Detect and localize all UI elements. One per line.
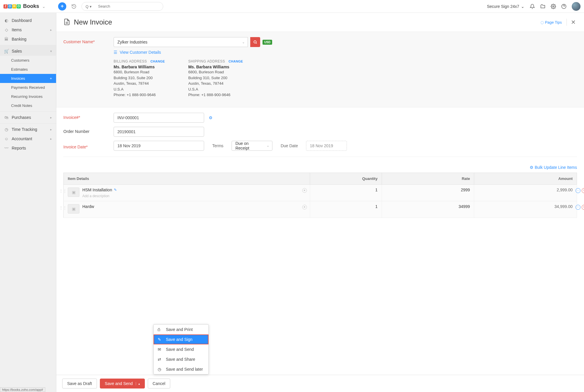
gear-icon[interactable] [551, 4, 556, 9]
shipping-head: SHIPPING ADDRESS [188, 59, 225, 63]
search-scope-icon[interactable]: Q ▾ [86, 4, 92, 8]
chevron-right-icon: ▸ [50, 28, 52, 32]
row-more-icon[interactable]: ⋯ [576, 188, 580, 193]
sidebar-sub-invoices[interactable]: Invoices+ [0, 74, 56, 83]
chevron-down-icon: ⌄ [242, 40, 245, 44]
svg-point-5 [254, 41, 256, 43]
edit-icon[interactable]: ✎ [114, 188, 117, 192]
bulk-update-link[interactable]: ⚙ Bulk Update Line Items [530, 165, 577, 170]
terms-select[interactable]: Due on Receipt⌄ [232, 141, 272, 151]
menu-save-and-print[interactable]: ⎙Save and Print [154, 325, 208, 334]
sidebar-label: Accountant [12, 136, 32, 141]
change-shipping-link[interactable]: CHANGE [229, 60, 243, 63]
close-icon[interactable]: ✕ [566, 19, 577, 26]
change-billing-link[interactable]: CHANGE [150, 60, 165, 63]
cart-icon: 🛒 [4, 49, 9, 53]
drag-handle-icon[interactable]: ⋮⋮ [59, 189, 67, 193]
rate-cell[interactable]: 34999 [382, 201, 474, 218]
menu-save-and-share[interactable]: ⇄Save and Share [154, 354, 208, 364]
customer-search-button[interactable] [250, 37, 260, 47]
search-input[interactable] [81, 2, 163, 11]
sidebar-item-sales[interactable]: 🛒Sales▾ [0, 45, 56, 56]
sidebar-item-reports[interactable]: 〰Reports [0, 143, 56, 153]
customer-select[interactable]: Zylker Industries ⌄ [114, 37, 248, 47]
drag-handle-icon[interactable]: ⋮⋮ [59, 205, 67, 210]
bell-icon[interactable] [530, 4, 535, 9]
sidebar-item-banking[interactable]: 🏛Banking [0, 34, 56, 44]
addr-line: Building 310, Suite 200 [188, 75, 243, 81]
invoice-date-input[interactable] [114, 141, 204, 151]
qty-cell[interactable]: 1 [310, 184, 382, 201]
main: New Invoice ◌Page Tips ✕ Customer Name* … [56, 13, 584, 392]
page-tips-link[interactable]: ◌Page Tips [540, 20, 562, 25]
sidebar-item-items[interactable]: ◇Items▸ [0, 25, 56, 34]
dashboard-icon: ◐ [4, 18, 9, 23]
logo-letter: O [8, 4, 12, 8]
order-no-input[interactable] [114, 127, 204, 137]
row-delete-icon[interactable]: ✕ [582, 205, 584, 210]
addr-line: 6800, Burleson Road [114, 69, 165, 75]
addr-line: Phone: +1 888-900-9646 [188, 92, 243, 98]
image-icon[interactable]: ▣ [68, 204, 79, 214]
clear-item-icon[interactable]: ✕ [302, 188, 307, 193]
billing-head: BILLING ADDRESS [114, 59, 147, 63]
sidebar-item-dashboard[interactable]: ◐Dashboard [0, 16, 56, 25]
invoice-date-label: Invoice Date* [63, 142, 114, 149]
chevron-up-icon[interactable]: ▴ [136, 382, 140, 385]
add-description[interactable]: Add a description [82, 194, 306, 198]
qty-cell[interactable]: 1 [310, 201, 382, 218]
invoice-no-input[interactable] [114, 113, 204, 123]
terms-label: Terms [212, 143, 223, 148]
footer-bar: Save as Draft Save and Send▴ Cancel [56, 375, 584, 392]
quick-add-button[interactable]: + [58, 2, 66, 11]
menu-save-and-sign[interactable]: ✎Save and Sign [154, 334, 208, 344]
bag-icon: 🛍 [4, 115, 9, 120]
org-switcher[interactable]: Secure Sign 24x7 ⌄ [487, 4, 524, 9]
pen-icon: ✎ [158, 337, 162, 342]
clear-item-icon[interactable]: ✕ [302, 205, 307, 209]
sidebar-sub-estimates[interactable]: Estimates [0, 65, 56, 74]
addr-line: U.S.A [114, 86, 165, 92]
view-customer-link[interactable]: View Customer Details [120, 50, 161, 55]
chevron-right-icon: ▸ [50, 137, 52, 141]
invoice-no-label: Invoice#* [63, 113, 114, 120]
avatar[interactable] [572, 2, 580, 11]
amount-cell: 2,999.00 ⋯✕ [474, 184, 577, 201]
person-icon: ☺ [4, 136, 9, 141]
sidebar-label: Time Tracking [12, 127, 37, 132]
logo-letter: H [12, 4, 16, 8]
plus-icon[interactable]: + [50, 76, 52, 81]
history-icon[interactable] [70, 2, 78, 11]
sidebar-sub-payments-received[interactable]: Payments Received [0, 83, 56, 92]
logo-tiles: Z O H O [4, 4, 21, 8]
menu-save-and-send-later[interactable]: ◷Save and Send later [154, 364, 208, 374]
sidebar-sub-customers[interactable]: Customers [0, 56, 56, 65]
row-delete-icon[interactable]: ✕ [582, 188, 584, 193]
rate-cell[interactable]: 2999 [382, 184, 474, 201]
addr-line: Austin, Texas, 78744 [114, 81, 165, 86]
app-logo[interactable]: Z O H O Books ⌄ [4, 3, 55, 9]
sidebar-sub-credit-notes[interactable]: Credit Notes [0, 101, 56, 110]
image-icon[interactable]: ▣ [68, 188, 79, 197]
help-icon[interactable] [561, 4, 566, 9]
addr-line: Austin, Texas, 78744 [188, 81, 243, 86]
bank-icon: 🏛 [4, 37, 9, 41]
sidebar-item-time-tracking[interactable]: ◷Time Tracking▸ [0, 123, 56, 134]
row-more-icon[interactable]: ⋯ [576, 205, 580, 210]
save-and-send-button[interactable]: Save and Send▴ [100, 379, 145, 388]
sidebar-sub-recurring-invoices[interactable]: Recurring Invoices [0, 92, 56, 101]
item-name: HSM Installation [82, 188, 112, 192]
search-wrap: Q ▾ [81, 2, 163, 11]
chevron-right-icon: ▸ [50, 128, 52, 131]
sidebar-item-accountant[interactable]: ☺Accountant▸ [0, 134, 56, 143]
due-date-input[interactable] [306, 141, 347, 151]
menu-save-and-send[interactable]: ✉Save and Send [154, 344, 208, 354]
cancel-button[interactable]: Cancel [148, 379, 171, 388]
gear-icon[interactable]: ⚙ [209, 115, 213, 120]
share-icon: ⇄ [158, 357, 162, 362]
due-date-label: Due Date [281, 143, 298, 148]
sidebar-item-purchases[interactable]: 🛍Purchases▸ [0, 111, 56, 122]
chevron-down-icon: ⌄ [42, 4, 46, 9]
save-draft-button[interactable]: Save as Draft [62, 379, 97, 388]
folder-icon[interactable] [540, 4, 545, 9]
